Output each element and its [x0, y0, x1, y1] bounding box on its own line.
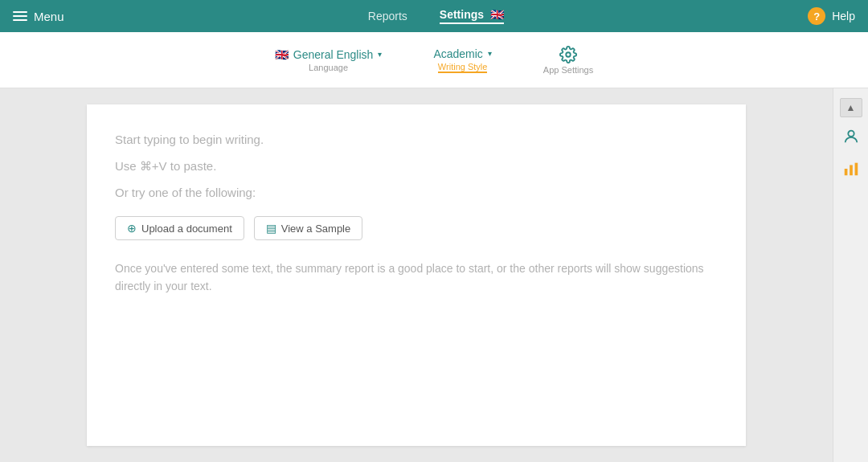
editor-paper[interactable]: Start typing to begin writing. Use ⌘+V t…	[87, 104, 746, 446]
help-label[interactable]: Help	[832, 10, 855, 22]
person-icon	[842, 128, 860, 145]
svg-point-0	[566, 52, 571, 57]
hamburger-icon	[13, 11, 27, 21]
top-navbar: Menu Reports Settings 🇬🇧 ? Help	[0, 0, 868, 32]
writing-style-setting[interactable]: Academic ▾ Writing Style	[424, 41, 501, 80]
language-label: Language	[309, 63, 348, 72]
svg-rect-4	[854, 163, 858, 176]
chart-icon	[842, 160, 860, 178]
editor-hint: Once you've entered some text, the summa…	[115, 260, 718, 296]
menu-label: Menu	[34, 10, 64, 23]
writing-style-label: Writing Style	[438, 62, 488, 73]
view-sample-button[interactable]: ▤ View a Sample	[254, 216, 362, 240]
settings-nav-link[interactable]: Settings 🇬🇧	[440, 8, 504, 24]
writing-style-chevron: ▾	[488, 49, 492, 58]
help-icon: ?	[808, 7, 825, 25]
placeholder-line-2: Use ⌘+V to paste.	[115, 155, 718, 177]
settings-bar: 🇬🇧 General English ▾ Language Academic ▾…	[0, 32, 868, 88]
reports-nav-link[interactable]: Reports	[368, 10, 407, 22]
placeholder-line-1: Start typing to begin writing.	[115, 129, 718, 150]
writing-style-value: Academic	[433, 47, 482, 60]
settings-flag: 🇬🇧	[490, 8, 504, 21]
nav-center: Reports Settings 🇬🇧	[368, 8, 504, 24]
placeholder-line-3: Or try one of the following:	[115, 182, 718, 203]
app-settings-label: App Settings	[543, 65, 593, 75]
document-icon: ▤	[266, 222, 276, 235]
chart-sidebar-button[interactable]	[838, 156, 864, 182]
language-flag: 🇬🇧	[275, 48, 289, 61]
language-value: General English	[293, 48, 374, 61]
right-sidebar: ▲	[833, 88, 868, 462]
scroll-up-button[interactable]: ▲	[840, 98, 862, 117]
editor-container: Start typing to begin writing. Use ⌘+V t…	[0, 88, 833, 462]
upload-document-button[interactable]: ⊕ Upload a document	[115, 216, 244, 240]
writing-style-top: Academic ▾	[433, 47, 491, 60]
main-content: Start typing to begin writing. Use ⌘+V t…	[0, 88, 868, 462]
gear-icon	[559, 46, 577, 63]
nav-right: ? Help	[808, 7, 855, 25]
menu-button[interactable]: Menu	[13, 10, 64, 23]
language-chevron: ▾	[378, 50, 382, 59]
app-settings-top	[559, 46, 577, 63]
svg-rect-2	[844, 169, 847, 175]
svg-rect-3	[850, 165, 853, 175]
person-sidebar-button[interactable]	[838, 124, 864, 149]
upload-icon: ⊕	[127, 222, 137, 235]
app-settings-item[interactable]: App Settings	[534, 39, 603, 81]
editor-action-buttons: ⊕ Upload a document ▤ View a Sample	[115, 216, 718, 240]
language-setting[interactable]: 🇬🇧 General English ▾ Language	[265, 42, 392, 79]
svg-point-1	[848, 131, 854, 137]
language-top: 🇬🇧 General English ▾	[275, 48, 383, 61]
